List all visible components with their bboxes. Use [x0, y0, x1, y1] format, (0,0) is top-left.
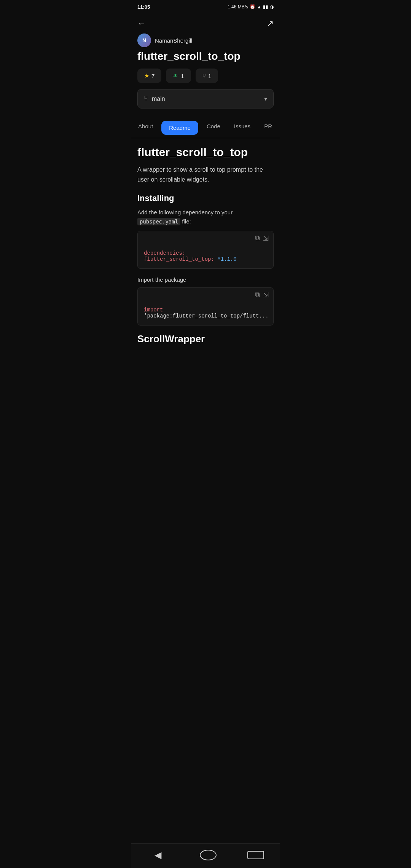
import-code-content: import 'package:flutter_scroll_to_top/fl… — [138, 302, 273, 325]
author-row: N NamanShergill — [137, 34, 274, 47]
readme-description: A wrapper to show a scroll to top prompt… — [137, 165, 274, 184]
branch-icon: ⑂ — [144, 95, 148, 103]
scrollwrapper-title: ScrollWrapper — [137, 333, 274, 345]
installing-title: Installing — [137, 193, 274, 203]
readme-content: flutter_scroll_to_top A wrapper to show … — [131, 138, 280, 353]
status-bar: 11:05 1.46 MB/s ⏰ ▲ ▮▮ ◑ — [131, 0, 280, 14]
dependencies-code-content: dependencies: flutter_scroll_to_top: ^1.… — [138, 246, 273, 268]
wifi-icon: ▲ — [257, 4, 261, 10]
alarm-icon: ⏰ — [250, 4, 255, 10]
code-dependencies-key: dependencies: — [144, 250, 185, 256]
code-package-key: flutter_scroll_to_top: — [144, 256, 214, 262]
tab-pr[interactable]: PR — [257, 119, 279, 138]
import-string: 'package:flutter_scroll_to_top/flutt... — [144, 313, 269, 319]
share-button[interactable]: ↗ — [267, 19, 274, 29]
bottom-nav: ◀ — [131, 843, 280, 868]
repo-title: flutter_scroll_to_top — [137, 50, 274, 62]
branch-name: main — [152, 96, 260, 102]
install-text-part1: Add the following dependency to your — [137, 209, 233, 215]
dependencies-code-block: ⧉ ⇲ dependencies: flutter_scroll_to_top:… — [137, 231, 274, 269]
fork-icon: ⑂ — [202, 73, 206, 79]
install-instruction: Add the following dependency to your pub… — [137, 208, 274, 226]
tab-about[interactable]: About — [131, 119, 160, 138]
install-text-part2: file: — [182, 218, 191, 225]
copy-icon-2[interactable]: ⧉ — [255, 291, 260, 299]
code-toolbar-1: ⧉ ⇲ — [138, 231, 273, 246]
back-button[interactable]: ← — [137, 19, 146, 29]
stars-badge[interactable]: ★ 7 — [137, 69, 161, 83]
repo-header: N NamanShergill flutter_scroll_to_top ★ … — [131, 34, 280, 116]
home-nav-button[interactable] — [200, 850, 217, 860]
code-toolbar-2: ⧉ ⇲ — [138, 288, 273, 302]
author-name[interactable]: NamanShergill — [155, 37, 192, 44]
status-time: 11:05 — [137, 4, 150, 10]
tabs: About Readme Code Issues PR — [131, 116, 280, 138]
stars-count: 7 — [151, 73, 155, 79]
chevron-down-icon: ▾ — [264, 95, 267, 102]
watches-count: 1 — [181, 73, 184, 79]
network-speed: 1.46 MB/s — [228, 4, 248, 10]
import-code-block: ⧉ ⇲ import 'package:flutter_scroll_to_to… — [137, 287, 274, 326]
recents-nav-button[interactable] — [247, 851, 264, 859]
forks-count: 1 — [208, 73, 211, 79]
stats-row: ★ 7 👁 1 ⑂ 1 — [137, 69, 274, 83]
import-keyword: import — [144, 307, 163, 313]
watch-icon: 👁 — [173, 73, 178, 79]
forks-badge[interactable]: ⑂ 1 — [196, 69, 218, 83]
tab-code[interactable]: Code — [200, 119, 227, 138]
tab-readme[interactable]: Readme — [161, 121, 198, 135]
code-version: ^1.1.0 — [214, 256, 237, 262]
expand-icon-1[interactable]: ⇲ — [263, 234, 269, 243]
signal-icon: ▮▮ — [263, 4, 268, 10]
watches-badge[interactable]: 👁 1 — [166, 69, 191, 83]
battery-icon: ◑ — [270, 4, 274, 10]
star-icon: ★ — [144, 72, 149, 79]
back-nav-button[interactable]: ◀ — [147, 848, 169, 862]
status-icons: 1.46 MB/s ⏰ ▲ ▮▮ ◑ — [228, 4, 274, 10]
copy-icon-1[interactable]: ⧉ — [255, 234, 260, 243]
branch-selector[interactable]: ⑂ main ▾ — [137, 89, 274, 108]
import-label: Import the package — [137, 276, 274, 283]
expand-icon-2[interactable]: ⇲ — [263, 291, 269, 299]
tab-issues[interactable]: Issues — [227, 119, 257, 138]
inline-code-pubspec: pubspec.yaml — [137, 218, 180, 225]
avatar: N — [137, 34, 151, 47]
readme-title: flutter_scroll_to_top — [137, 146, 274, 159]
top-nav: ← ↗ — [131, 14, 280, 34]
